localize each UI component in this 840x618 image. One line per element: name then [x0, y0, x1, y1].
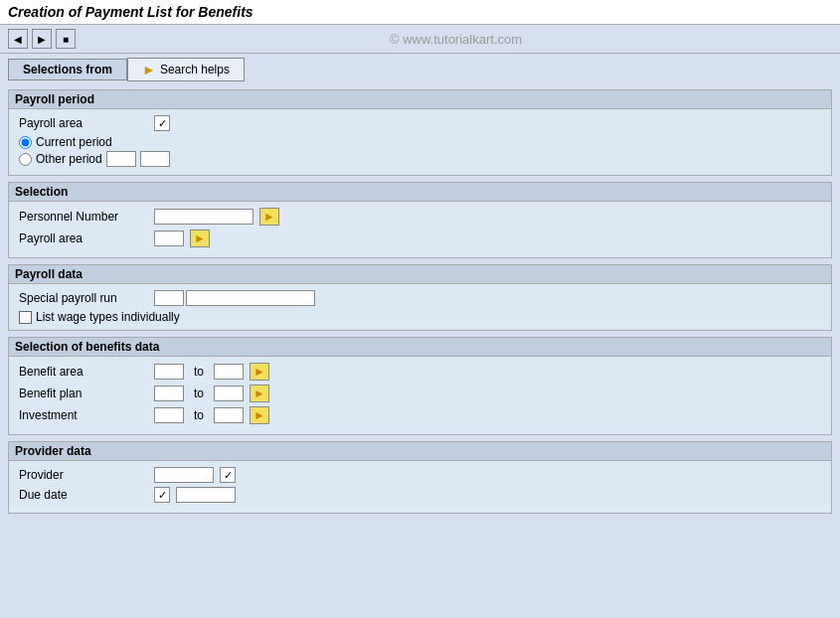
benefit-area-to: to [190, 365, 208, 379]
selection-payroll-area-arrow[interactable]: ► [190, 230, 210, 247]
benefits-section: Selection of benefits data Benefit area … [8, 337, 832, 435]
investment-input-from[interactable] [154, 407, 184, 423]
payroll-period-body: Payroll area ✓ Current period Other peri… [9, 109, 831, 175]
payroll-area-row: Payroll area ✓ [19, 115, 821, 131]
selection-header: Selection [9, 183, 831, 202]
personnel-number-label: Personnel Number [19, 210, 148, 224]
page-title: Creation of Payment List for Benefits [8, 4, 253, 20]
toolbar: ◀ ▶ ■ © www.tutorialkart.com [0, 25, 840, 54]
other-period-label: Other period [36, 152, 102, 166]
payroll-data-body: Special payroll run List wage types indi… [9, 284, 831, 330]
benefit-plan-row: Benefit plan to ► [19, 385, 821, 402]
current-period-radio[interactable] [19, 136, 32, 149]
investment-label: Investment [19, 408, 148, 422]
special-payroll-input2[interactable] [186, 290, 315, 306]
provider-data-header: Provider data [9, 442, 831, 461]
investment-input-to[interactable] [214, 407, 244, 423]
save-icon[interactable]: ■ [56, 29, 76, 49]
provider-data-section: Provider data Provider ✓ Due date ✓ [8, 441, 832, 514]
selection-payroll-area-input[interactable] [154, 231, 184, 246]
provider-data-body: Provider ✓ Due date ✓ [9, 461, 831, 513]
investment-row: Investment to ► [19, 406, 821, 424]
benefit-area-label: Benefit area [19, 365, 148, 379]
provider-checkbox[interactable]: ✓ [220, 467, 236, 483]
personnel-number-row: Personnel Number ► [19, 208, 821, 226]
special-payroll-input1[interactable] [154, 290, 184, 306]
benefit-area-input-from[interactable] [154, 364, 184, 380]
selection-section: Selection Personnel Number ► Payroll are… [8, 182, 832, 258]
search-helps-label: Search helps [160, 63, 230, 77]
selection-payroll-area-row: Payroll area ► [19, 230, 821, 247]
other-period-input2[interactable] [140, 151, 170, 167]
benefits-body: Benefit area to ► Benefit plan to ► Inve… [9, 357, 831, 434]
title-bar: Creation of Payment List for Benefits [0, 0, 840, 25]
forward-icon[interactable]: ▶ [32, 29, 52, 49]
current-period-label: Current period [36, 135, 112, 149]
special-payroll-run-row: Special payroll run [19, 290, 821, 306]
selections-from-tab[interactable]: Selections from [8, 59, 127, 80]
other-period-input1[interactable] [106, 151, 136, 167]
payroll-area-checkbox[interactable]: ✓ [154, 115, 170, 131]
list-wage-types-row: List wage types individually [19, 310, 821, 324]
investment-arrow[interactable]: ► [250, 406, 269, 424]
watermark: © www.tutorialkart.com [80, 32, 832, 47]
benefits-header: Selection of benefits data [9, 338, 831, 357]
provider-label: Provider [19, 468, 148, 482]
due-date-label: Due date [19, 488, 148, 502]
investment-to: to [190, 408, 208, 422]
payroll-area-label: Payroll area [19, 116, 148, 130]
benefit-plan-arrow[interactable]: ► [250, 385, 269, 402]
personnel-number-arrow[interactable]: ► [259, 208, 279, 226]
benefit-plan-input-to[interactable] [214, 386, 244, 401]
selection-payroll-area-label: Payroll area [19, 232, 148, 245]
due-date-input[interactable] [176, 487, 236, 503]
current-period-row: Current period [19, 135, 821, 149]
payroll-data-section: Payroll data Special payroll run List wa… [8, 264, 832, 331]
list-wage-types-checkbox[interactable] [19, 311, 32, 324]
list-wage-types-label: List wage types individually [36, 310, 180, 324]
due-date-row: Due date ✓ [19, 487, 821, 503]
benefit-plan-label: Benefit plan [19, 386, 148, 400]
payroll-data-header: Payroll data [9, 265, 831, 284]
personnel-number-input[interactable] [154, 209, 253, 225]
tab-arrow-icon: ► [142, 62, 156, 77]
benefit-area-arrow[interactable]: ► [250, 363, 269, 381]
payroll-period-section: Payroll period Payroll area ✓ Current pe… [8, 89, 832, 176]
tab-bar: Selections from ► Search helps [0, 54, 840, 85]
benefit-plan-input-from[interactable] [154, 386, 184, 401]
selections-from-label: Selections from [23, 63, 112, 77]
other-period-row: Other period [19, 151, 821, 167]
benefit-area-input-to[interactable] [214, 364, 244, 380]
provider-input[interactable] [154, 467, 214, 483]
search-helps-tab[interactable]: ► Search helps [127, 58, 245, 81]
special-payroll-run-label: Special payroll run [19, 291, 148, 305]
back-icon[interactable]: ◀ [8, 29, 28, 49]
payroll-period-header: Payroll period [9, 90, 831, 109]
benefit-area-row: Benefit area to ► [19, 363, 821, 381]
provider-row: Provider ✓ [19, 467, 821, 483]
selection-body: Personnel Number ► Payroll area ► [9, 202, 831, 257]
benefit-plan-to: to [190, 386, 208, 400]
special-payroll-inputs [154, 290, 315, 306]
content-area: Payroll period Payroll area ✓ Current pe… [0, 85, 840, 524]
other-period-radio[interactable] [19, 153, 32, 166]
due-date-checkbox[interactable]: ✓ [154, 487, 170, 503]
